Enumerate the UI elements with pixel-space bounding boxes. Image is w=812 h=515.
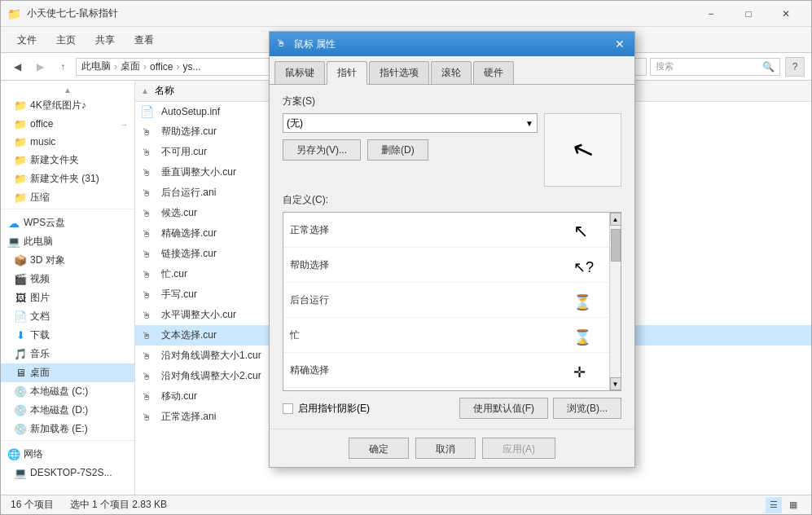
sidebar-item-desktop-pc[interactable]: 💻 DESKTOP-7S2S...	[1, 464, 134, 482]
cursor-list-item[interactable]: 正常选择 ↖	[283, 213, 609, 248]
sidebar-item-newfolder[interactable]: 📁 新建文件夹	[1, 151, 134, 169]
sidebar-item-drive-c[interactable]: 💿 本地磁盘 (C:)	[1, 382, 134, 401]
cursor-icon: 🖱	[138, 205, 155, 222]
mouse-properties-dialog: 🖱 鼠标 属性 ✕ 鼠标键 指针 指针选项 滚轮 硬件 方案(S) (无) ▼ …	[269, 31, 635, 468]
dialog-tab-pointer[interactable]: 指针	[327, 61, 367, 85]
scheme-select[interactable]: (无) ▼	[283, 113, 538, 133]
cursor-icon: 🖱	[138, 266, 155, 283]
forward-button[interactable]: ▶	[30, 57, 50, 77]
scrollbar-thumb[interactable]	[611, 229, 621, 262]
cursor-preview: ↖?	[570, 253, 603, 277]
dialog-tab-mouse-keys[interactable]: 鼠标键	[274, 61, 325, 84]
cursor-preview: ⌛	[570, 323, 603, 347]
sidebar-item-office[interactable]: 📁 office →	[1, 115, 134, 133]
cursor-preview: ↖	[570, 218, 603, 242]
ok-button[interactable]: 确定	[349, 438, 409, 459]
cursor-icon: 🖱	[138, 185, 155, 201]
apply-button[interactable]: 应用(A)	[482, 438, 555, 459]
sidebar-item-label: 新加载卷 (E:)	[30, 422, 88, 436]
help-button[interactable]: ?	[785, 57, 805, 77]
sidebar-item-video[interactable]: 🎬 视频	[1, 270, 134, 288]
sidebar-item-label: WPS云盘	[24, 216, 65, 230]
ribbon-tab-file[interactable]: 文件	[7, 27, 46, 52]
dialog-close-button[interactable]: ✕	[612, 36, 628, 52]
cursor-icon: 🖱	[138, 389, 155, 405]
cursor-list-item[interactable]: 后台运行 ⏳	[283, 283, 609, 318]
sidebar-item-music-lib[interactable]: 🎵 音乐	[1, 345, 134, 363]
cursor-list-item[interactable]: 忙 ⌛	[283, 318, 609, 353]
sidebar-item-downloads[interactable]: ⬇ 下载	[1, 326, 134, 345]
cursor-list-item[interactable]: 精确选择 ✛	[283, 353, 609, 388]
up-button[interactable]: ↑	[53, 57, 72, 77]
sidebar-item-desktop[interactable]: 🖥 桌面	[1, 363, 134, 382]
cursor-label: 后台运行	[290, 293, 570, 307]
sidebar-item-pictures[interactable]: 🖼 图片	[1, 288, 134, 307]
grid-view-button[interactable]: ▦	[785, 497, 801, 513]
cursor-label: 精确选择	[290, 363, 570, 377]
sidebar-item-label: 桌面	[30, 366, 50, 380]
cursor-icon: 🖱	[138, 287, 155, 303]
cursor-label: 忙	[290, 328, 570, 342]
sidebar-item-label: 本地磁盘 (C:)	[30, 385, 88, 398]
scroll-up-arrow[interactable]: ▲	[1, 84, 134, 96]
folder-icon: 📁	[14, 117, 27, 130]
save-as-button[interactable]: 另存为(V)...	[283, 139, 361, 161]
path-subfolder[interactable]: ys...	[182, 61, 200, 73]
delete-button[interactable]: 删除(D)	[367, 139, 428, 161]
network-icon: 🌐	[7, 448, 20, 461]
computer-icon: 💻	[7, 235, 20, 249]
sidebar-item-4k[interactable]: 📁 4K壁纸图片♪	[1, 96, 134, 115]
title-controls: − □ ✕	[692, 1, 805, 27]
ribbon-tab-view[interactable]: 查看	[125, 27, 164, 52]
maximize-button[interactable]: □	[730, 1, 767, 27]
dialog-tab-wheel[interactable]: 滚轮	[431, 61, 472, 84]
cursor-list-item[interactable]: 帮助选择 ↖?	[283, 248, 609, 283]
sidebar-item-zip[interactable]: 📁 压缩	[1, 188, 134, 207]
title-bar-icons: 📁	[7, 7, 20, 20]
cursor-icon: 🖱	[138, 144, 155, 161]
ribbon-tab-share[interactable]: 共享	[86, 27, 125, 52]
svg-text:↖?: ↖?	[573, 259, 594, 275]
search-icon: 🔍	[762, 61, 775, 73]
sidebar-item-drive-d[interactable]: 💿 本地磁盘 (D:)	[1, 401, 134, 420]
downloads-icon: ⬇	[14, 329, 27, 342]
scrollbar-down-button[interactable]: ▼	[610, 377, 621, 390]
list-view-button[interactable]: ☰	[766, 497, 782, 513]
sort-arrow[interactable]: ▲	[138, 85, 151, 98]
shadow-label: 启用指针阴影(E)	[298, 402, 370, 416]
cursor-list-item[interactable]: 文本选择 |	[283, 388, 609, 391]
dialog-tab-pointer-options[interactable]: 指针选项	[369, 61, 429, 84]
video-icon: 🎬	[14, 273, 27, 286]
path-computer[interactable]: 此电脑	[81, 59, 111, 73]
back-button[interactable]: ◀	[7, 57, 27, 77]
search-box[interactable]: 搜索 🔍	[650, 58, 780, 76]
sidebar-item-this-pc[interactable]: 💻 此电脑	[1, 232, 134, 251]
browse-button[interactable]: 浏览(B)...	[553, 398, 621, 419]
sidebar-item-label: 此电脑	[24, 235, 53, 249]
sidebar-item-3d[interactable]: 📦 3D 对象	[1, 251, 134, 270]
use-default-button[interactable]: 使用默认值(F)	[459, 398, 548, 419]
path-desktop[interactable]: 桌面	[121, 59, 140, 73]
sidebar-item-label: 新建文件夹	[30, 153, 79, 167]
search-placeholder: 搜索	[656, 60, 674, 73]
cancel-button[interactable]: 取消	[415, 438, 476, 459]
sidebar-item-newfolder31[interactable]: 📁 新建文件夹 (31)	[1, 169, 134, 188]
dialog-tab-hardware[interactable]: 硬件	[473, 61, 514, 84]
svg-text:✛: ✛	[573, 364, 586, 381]
close-button[interactable]: ✕	[767, 1, 805, 27]
minimize-button[interactable]: −	[692, 1, 730, 27]
svg-text:↖: ↖	[573, 221, 588, 241]
sidebar-item-music[interactable]: 📁 music	[1, 133, 134, 151]
sidebar-item-network[interactable]: 🌐 网络	[1, 445, 134, 464]
sidebar-item-documents[interactable]: 📄 文档	[1, 307, 134, 326]
ribbon-tab-home[interactable]: 主页	[46, 27, 86, 52]
cursor-preview: ✛	[570, 358, 603, 382]
path-office[interactable]: office	[150, 61, 173, 73]
shadow-checkbox[interactable]	[283, 403, 293, 414]
sidebar-item-wps[interactable]: ☁ WPS云盘	[1, 213, 134, 232]
selected-info: 选中 1 个项目 2.83 KB	[70, 498, 167, 512]
sidebar-item-drive-e[interactable]: 💿 新加载卷 (E:)	[1, 420, 134, 438]
dialog-title: 鼠标 属性	[294, 37, 612, 51]
drive-icon: 💿	[14, 385, 27, 398]
scrollbar-up-button[interactable]: ▲	[610, 213, 621, 226]
